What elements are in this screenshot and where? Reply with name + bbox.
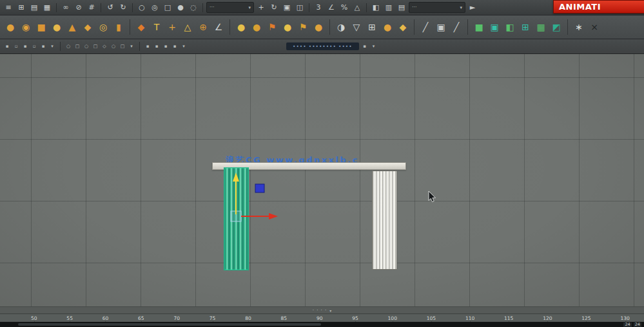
timeline-tick[interactable]: 55 (66, 315, 73, 321)
align-icon[interactable]: ▥ (383, 3, 395, 13)
timeline-tick[interactable]: 115 (504, 315, 513, 321)
z-axis-handle[interactable] (255, 184, 264, 192)
timeline-tick[interactable]: 70 (173, 315, 180, 321)
mini-circle2-icon[interactable]: ○ (83, 42, 90, 50)
undo-icon[interactable]: ↺ (104, 3, 116, 13)
mini-dropdown3-icon[interactable]: ▾ (180, 42, 188, 50)
grid-tool-icon[interactable]: ⊞ (365, 20, 379, 34)
mini-block3-icon[interactable]: ▪ (162, 42, 170, 50)
mini-block2-icon[interactable]: ▪ (153, 42, 161, 50)
gold-sphere-tool-icon[interactable]: ● (380, 20, 395, 34)
angle-snap-icon[interactable]: ∠ (326, 3, 337, 13)
gold-diamond-tool-icon[interactable]: ◆ (396, 20, 410, 34)
coin-tool-icon[interactable]: ● (234, 20, 248, 34)
sphere-tool-icon[interactable]: ● (3, 20, 17, 34)
flag2-tool-icon[interactable]: ⚑ (296, 20, 310, 34)
timeline-tick[interactable]: 75 (210, 315, 216, 321)
curve-tool-icon[interactable]: ╱ (449, 20, 463, 34)
poly-half-icon[interactable]: ◧ (503, 20, 517, 34)
torus-tool-icon[interactable]: ◎ (96, 20, 110, 34)
timeline-tick[interactable]: 90 (317, 315, 323, 321)
timeline-tick[interactable]: 110 (465, 315, 474, 321)
poly-grid-icon[interactable]: ⊞ (518, 20, 532, 34)
selection-filter-combo[interactable]: ··· ▾ (206, 2, 254, 13)
time-slider[interactable]: 5055606570758085909510010511011512012513… (0, 313, 644, 322)
unlink-icon[interactable]: ⊘ (73, 3, 84, 13)
select-object-icon[interactable]: ○ (136, 3, 148, 13)
cone-tool-icon[interactable]: ▲ (65, 20, 79, 34)
timeline-tick[interactable]: 50 (31, 315, 37, 321)
down-triangle-tool-icon[interactable]: ▽ (349, 20, 364, 34)
timeline-tick[interactable]: 65 (138, 315, 144, 321)
mini-toggle3-icon[interactable]: ▪ (21, 42, 29, 50)
line-tool-icon[interactable]: ╱ (418, 20, 433, 34)
coin2-tool-icon[interactable]: ● (249, 20, 264, 34)
mini-circle-icon[interactable]: ○ (64, 42, 72, 50)
named-sets-combo[interactable]: ··· ▾ (409, 2, 465, 13)
spinner-snap-icon[interactable]: △ (351, 3, 363, 13)
new-scene-icon[interactable]: ⊞ (15, 3, 27, 13)
mini-toggle5-icon[interactable]: ▪ (39, 42, 47, 50)
add-tool-icon[interactable]: + (165, 20, 179, 34)
mini-circle3-icon[interactable]: ○ (110, 42, 117, 50)
viewport[interactable]: 浪艺CG www.qdnxxlb.c (0, 54, 644, 306)
timeline-tick[interactable]: 100 (388, 315, 397, 321)
mini-dropdown2-icon[interactable]: ▾ (128, 42, 135, 50)
diamond-tool-icon[interactable]: ◆ (81, 20, 95, 34)
mini-square-icon[interactable]: □ (73, 42, 81, 50)
poly-plane-icon[interactable]: ▣ (487, 20, 502, 34)
mini-block4-icon[interactable]: ▪ (171, 42, 179, 50)
timeline-tick[interactable]: 80 (245, 315, 251, 321)
angle-tool-icon[interactable]: ∠ (211, 20, 226, 34)
geosphere-tool-icon[interactable]: ◉ (19, 20, 33, 34)
mini-toggle-icon[interactable]: ▪ (3, 42, 11, 50)
timeline-tick[interactable]: 85 (281, 315, 288, 321)
poly-mesh-icon[interactable]: ▦ (534, 20, 548, 34)
flag-tool-icon[interactable]: ⚑ (265, 20, 279, 34)
mirror-tool-icon[interactable]: ◫ (294, 3, 306, 13)
box-tool-icon[interactable]: ■ (34, 20, 48, 34)
boolean-tool-icon[interactable]: ⊕ (196, 20, 210, 34)
plane-tool-icon[interactable]: ▣ (434, 20, 448, 34)
burst-tool-icon[interactable]: ∗ (572, 20, 586, 34)
curtain-selected[interactable] (224, 167, 249, 270)
mini-dropdown4-icon[interactable]: ▾ (370, 42, 378, 50)
text-tool-icon[interactable]: T (150, 20, 164, 34)
timeline-tick[interactable]: 60 (102, 315, 109, 321)
mini-block-icon[interactable]: ▪ (144, 42, 151, 50)
mini-dropdown-icon[interactable]: ▾ (48, 42, 56, 50)
snap-3d-icon[interactable]: 3 (313, 3, 324, 13)
percent-snap-icon[interactable]: % (338, 3, 350, 13)
rotate-tool-icon[interactable]: ↻ (268, 3, 280, 13)
mini-square3-icon[interactable]: □ (119, 42, 126, 50)
timeline-tick[interactable]: 130 (620, 315, 629, 321)
triangle-tool-icon[interactable]: △ (181, 20, 195, 34)
open-file-icon[interactable]: ▤ (28, 3, 40, 13)
link-icon[interactable]: ∞ (60, 3, 72, 13)
toolbar-overflow-arrow[interactable]: ► (467, 3, 478, 13)
frame-field[interactable]: 24 (634, 322, 641, 327)
timeline-tick[interactable]: 125 (581, 315, 590, 321)
x-axis-arrowhead[interactable] (269, 213, 278, 220)
coin4-tool-icon[interactable]: ● (311, 20, 326, 34)
mini-block5-icon[interactable]: ▪ (361, 42, 369, 50)
poly-cube-icon[interactable]: ■ (472, 20, 486, 34)
menu-icon[interactable]: ≡ (3, 3, 14, 13)
select-circle-icon[interactable]: ● (175, 3, 186, 13)
redo-icon[interactable]: ↻ (117, 3, 129, 13)
scale-tool-icon[interactable]: ▣ (281, 3, 293, 13)
timeline-tick[interactable]: 95 (352, 315, 358, 321)
bind-icon[interactable]: # (86, 3, 97, 13)
range-slider-handle[interactable] (18, 323, 321, 326)
cylinder-tool-icon[interactable]: ▮ (112, 20, 126, 34)
shape-tool-icon[interactable]: ◆ (134, 20, 148, 34)
mirror-icon[interactable]: ◧ (370, 3, 382, 13)
sphere2-tool-icon[interactable]: ● (50, 20, 64, 34)
mini-toggle2-icon[interactable]: ▫ (12, 42, 20, 50)
close-tool-icon[interactable]: × (587, 20, 601, 34)
mini-square2-icon[interactable]: □ (92, 42, 99, 50)
select-region-icon[interactable]: □ (162, 3, 173, 13)
mini-diamond-icon[interactable]: ◇ (101, 42, 108, 50)
move-tool-icon[interactable]: + (255, 3, 267, 13)
timeline-tick[interactable]: 105 (427, 315, 436, 321)
